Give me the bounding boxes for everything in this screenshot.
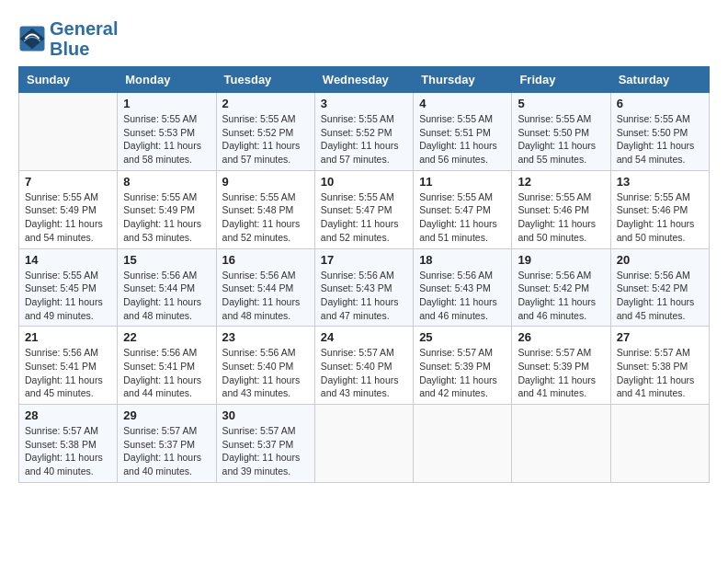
day-info: Sunrise: 5:57 AM Sunset: 5:37 PM Dayligh… [222, 424, 309, 478]
calendar-cell: 29Sunrise: 5:57 AM Sunset: 5:37 PM Dayli… [118, 405, 216, 483]
day-number: 15 [123, 253, 210, 267]
calendar-cell: 15Sunrise: 5:56 AM Sunset: 5:44 PM Dayli… [118, 248, 216, 327]
day-info: Sunrise: 5:56 AM Sunset: 5:42 PM Dayligh… [617, 269, 703, 323]
day-number: 13 [617, 175, 703, 189]
day-info: Sunrise: 5:55 AM Sunset: 5:53 PM Dayligh… [123, 112, 210, 167]
day-info: Sunrise: 5:56 AM Sunset: 5:41 PM Dayligh… [25, 346, 111, 400]
day-info: Sunrise: 5:56 AM Sunset: 5:44 PM Dayligh… [123, 269, 210, 323]
calendar-cell [512, 405, 610, 483]
calendar-cell: 8Sunrise: 5:55 AM Sunset: 5:49 PM Daylig… [118, 170, 216, 248]
calendar-cell: 5Sunrise: 5:55 AM Sunset: 5:50 PM Daylig… [512, 93, 610, 171]
day-info: Sunrise: 5:57 AM Sunset: 5:39 PM Dayligh… [419, 346, 506, 400]
day-info: Sunrise: 5:55 AM Sunset: 5:48 PM Dayligh… [222, 190, 309, 245]
weekday-header: Thursday [414, 67, 512, 93]
day-number: 1 [123, 97, 210, 110]
day-number: 4 [419, 97, 506, 110]
calendar-week-row: 28Sunrise: 5:57 AM Sunset: 5:38 PM Dayli… [19, 405, 710, 483]
day-info: Sunrise: 5:57 AM Sunset: 5:38 PM Dayligh… [617, 346, 703, 400]
calendar-cell: 22Sunrise: 5:56 AM Sunset: 5:41 PM Dayli… [118, 327, 216, 405]
calendar-cell [19, 93, 118, 171]
calendar-cell: 4Sunrise: 5:55 AM Sunset: 5:51 PM Daylig… [414, 93, 512, 171]
calendar-cell: 26Sunrise: 5:57 AM Sunset: 5:39 PM Dayli… [512, 327, 610, 405]
day-info: Sunrise: 5:55 AM Sunset: 5:49 PM Dayligh… [123, 190, 210, 245]
calendar-cell: 21Sunrise: 5:56 AM Sunset: 5:41 PM Dayli… [19, 327, 118, 405]
calendar-cell: 10Sunrise: 5:55 AM Sunset: 5:47 PM Dayli… [314, 170, 413, 248]
day-info: Sunrise: 5:56 AM Sunset: 5:42 PM Dayligh… [518, 269, 604, 323]
calendar-table: SundayMondayTuesdayWednesdayThursdayFrid… [18, 66, 710, 483]
day-number: 12 [518, 175, 604, 189]
calendar-cell: 3Sunrise: 5:55 AM Sunset: 5:52 PM Daylig… [314, 93, 413, 171]
day-number: 2 [222, 97, 309, 110]
calendar-cell: 28Sunrise: 5:57 AM Sunset: 5:38 PM Dayli… [19, 405, 118, 483]
day-info: Sunrise: 5:56 AM Sunset: 5:43 PM Dayligh… [419, 269, 506, 323]
day-info: Sunrise: 5:55 AM Sunset: 5:51 PM Dayligh… [419, 112, 506, 167]
day-number: 3 [321, 97, 407, 110]
day-info: Sunrise: 5:55 AM Sunset: 5:52 PM Dayligh… [222, 112, 309, 167]
logo-icon [18, 25, 46, 52]
day-number: 17 [321, 253, 407, 267]
day-info: Sunrise: 5:55 AM Sunset: 5:49 PM Dayligh… [25, 190, 111, 245]
day-info: Sunrise: 5:55 AM Sunset: 5:46 PM Dayligh… [617, 190, 703, 245]
day-number: 5 [518, 97, 604, 110]
calendar-cell: 11Sunrise: 5:55 AM Sunset: 5:47 PM Dayli… [414, 170, 512, 248]
weekday-header: Wednesday [314, 67, 413, 93]
day-info: Sunrise: 5:55 AM Sunset: 5:50 PM Dayligh… [518, 112, 604, 167]
day-number: 8 [123, 175, 210, 189]
calendar-cell: 6Sunrise: 5:55 AM Sunset: 5:50 PM Daylig… [610, 93, 709, 171]
calendar-cell: 2Sunrise: 5:55 AM Sunset: 5:52 PM Daylig… [216, 93, 314, 171]
day-info: Sunrise: 5:57 AM Sunset: 5:39 PM Dayligh… [518, 346, 604, 400]
day-number: 29 [123, 408, 210, 422]
calendar-week-row: 7Sunrise: 5:55 AM Sunset: 5:49 PM Daylig… [19, 170, 710, 248]
day-number: 23 [222, 330, 309, 344]
day-number: 20 [617, 253, 703, 267]
day-number: 18 [419, 253, 506, 267]
logo-text: General Blue [50, 18, 118, 59]
calendar-cell: 7Sunrise: 5:55 AM Sunset: 5:49 PM Daylig… [19, 170, 118, 248]
calendar-cell: 25Sunrise: 5:57 AM Sunset: 5:39 PM Dayli… [414, 327, 512, 405]
day-info: Sunrise: 5:55 AM Sunset: 5:47 PM Dayligh… [321, 190, 407, 245]
day-number: 9 [222, 175, 309, 189]
calendar-cell: 1Sunrise: 5:55 AM Sunset: 5:53 PM Daylig… [118, 93, 216, 171]
day-number: 10 [321, 175, 407, 189]
day-info: Sunrise: 5:57 AM Sunset: 5:40 PM Dayligh… [321, 346, 407, 400]
weekday-header: Friday [512, 67, 610, 93]
day-number: 7 [25, 175, 111, 189]
day-info: Sunrise: 5:55 AM Sunset: 5:50 PM Dayligh… [617, 112, 703, 167]
day-number: 30 [222, 408, 309, 422]
calendar-cell: 17Sunrise: 5:56 AM Sunset: 5:43 PM Dayli… [314, 248, 413, 327]
calendar-cell: 23Sunrise: 5:56 AM Sunset: 5:40 PM Dayli… [216, 327, 314, 405]
day-number: 25 [419, 330, 506, 344]
weekday-header: Saturday [610, 67, 709, 93]
day-info: Sunrise: 5:57 AM Sunset: 5:37 PM Dayligh… [123, 424, 210, 478]
calendar-cell [610, 405, 709, 483]
calendar-cell: 13Sunrise: 5:55 AM Sunset: 5:46 PM Dayli… [610, 170, 709, 248]
day-info: Sunrise: 5:55 AM Sunset: 5:52 PM Dayligh… [321, 112, 407, 167]
logo: General Blue [18, 18, 118, 59]
day-number: 24 [321, 330, 407, 344]
day-info: Sunrise: 5:56 AM Sunset: 5:40 PM Dayligh… [222, 346, 309, 400]
calendar-cell: 24Sunrise: 5:57 AM Sunset: 5:40 PM Dayli… [314, 327, 413, 405]
day-info: Sunrise: 5:55 AM Sunset: 5:46 PM Dayligh… [518, 190, 604, 245]
day-number: 19 [518, 253, 604, 267]
day-info: Sunrise: 5:57 AM Sunset: 5:38 PM Dayligh… [25, 424, 111, 478]
day-info: Sunrise: 5:55 AM Sunset: 5:45 PM Dayligh… [25, 269, 111, 323]
calendar-body: 1Sunrise: 5:55 AM Sunset: 5:53 PM Daylig… [19, 93, 710, 483]
calendar-cell: 30Sunrise: 5:57 AM Sunset: 5:37 PM Dayli… [216, 405, 314, 483]
calendar-week-row: 1Sunrise: 5:55 AM Sunset: 5:53 PM Daylig… [19, 93, 710, 171]
calendar-cell: 19Sunrise: 5:56 AM Sunset: 5:42 PM Dayli… [512, 248, 610, 327]
weekday-header: Monday [118, 67, 216, 93]
page-header: General Blue [18, 18, 710, 59]
calendar-cell: 9Sunrise: 5:55 AM Sunset: 5:48 PM Daylig… [216, 170, 314, 248]
day-number: 6 [617, 97, 703, 110]
calendar-cell: 12Sunrise: 5:55 AM Sunset: 5:46 PM Dayli… [512, 170, 610, 248]
day-number: 11 [419, 175, 506, 189]
day-info: Sunrise: 5:56 AM Sunset: 5:44 PM Dayligh… [222, 269, 309, 323]
day-info: Sunrise: 5:55 AM Sunset: 5:47 PM Dayligh… [419, 190, 506, 245]
calendar-cell [414, 405, 512, 483]
day-number: 28 [25, 408, 111, 422]
calendar-cell: 16Sunrise: 5:56 AM Sunset: 5:44 PM Dayli… [216, 248, 314, 327]
calendar-cell [314, 405, 413, 483]
day-number: 27 [617, 330, 703, 344]
day-number: 22 [123, 330, 210, 344]
calendar-cell: 27Sunrise: 5:57 AM Sunset: 5:38 PM Dayli… [610, 327, 709, 405]
